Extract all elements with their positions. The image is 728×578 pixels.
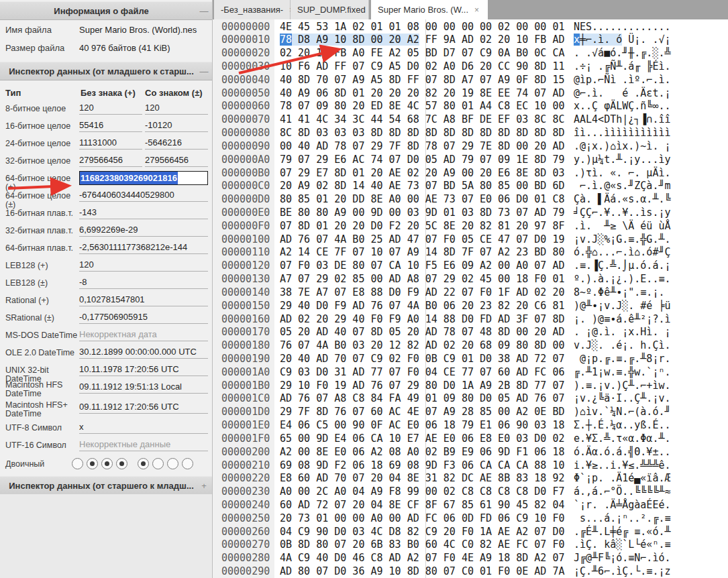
- hex-row-ascii[interactable]: .╔É╨.L╪é╔ ≡.«ó.╨: [574, 525, 671, 538]
- hex-row-bytes[interactable]: 78 07 09 80 20 ED 8E 4C 57 80 01 A4 C8 E…: [280, 99, 564, 113]
- hex-row-ascii[interactable]: .)τì. «. ⌐. µÄì.: [574, 166, 671, 180]
- signed-value-field[interactable]: 279566456: [145, 155, 208, 167]
- file-info-header[interactable]: Информация о файле —: [0, 1, 212, 20]
- hex-row-bytes[interactable]: 00 40 AD 78 07 29 7F 8D 78 07 29 7E 8D 0…: [280, 139, 564, 153]
- hex-row-bytes[interactable]: 41 41 4C 34 3C 44 54 68 7C A8 BF DE EF 0…: [280, 113, 564, 126]
- hex-row-ascii[interactable]: ).≡.¡v.)Ç╨.⌐+ìw.: [574, 379, 671, 392]
- bit-radio[interactable]: [101, 458, 113, 469]
- selected-byte[interactable]: 78: [280, 34, 292, 46]
- hex-row-bytes[interactable]: 65 00 9D E4 06 CA 10 E7 AE E0 06 E8 E0 0…: [280, 432, 564, 445]
- hex-row-bytes[interactable]: E4 06 C5 00 90 0F AC E0 06 18 79 E1 06 9…: [280, 418, 564, 432]
- hex-row-ascii[interactable]: Σ.┼.É.¼α..yß.É..: [574, 418, 671, 432]
- bit-radio[interactable]: [167, 458, 178, 469]
- hex-row-ascii[interactable]: Çà. ▌Äá.«s.α.╨.╚: [574, 192, 671, 206]
- hex-row-bytes[interactable]: 29 7F 8D 76 07 60 AC 4E 07 A9 28 85 00 A…: [280, 405, 564, 418]
- hex-row-ascii[interactable]: @¡p.╔.≡.╔.╨8¡r.: [574, 352, 671, 365]
- data-inspector-be-header[interactable]: Инспектор данных (от старшего к младш...…: [0, 476, 212, 495]
- hex-row-ascii[interactable]: x..Ç φÄLWÇ.ñ╚∞..: [574, 99, 671, 113]
- hex-row-ascii[interactable]: ó.╬⌂...⌐.ì⌂.ó#╜Ç: [574, 245, 671, 259]
- hex-row-bytes[interactable]: 79 07 29 E6 AC 74 07 D0 05 AD 79 07 09 1…: [280, 153, 564, 166]
- value-field[interactable]: Некорректная дата: [79, 329, 208, 341]
- hex-row-ascii[interactable]: îì...ììììììììììì: [574, 126, 671, 139]
- value-field[interactable]: -143: [79, 207, 208, 219]
- hex-row-bytes[interactable]: 40 8D 70 07 A9 A5 8D FF 07 8D A7 07 A9 0…: [280, 73, 564, 86]
- hex-row-bytes[interactable]: 4A C9 40 D0 46 C8 AD A2 07 F0 4E A9 18 8…: [280, 551, 564, 565]
- hex-row-ascii[interactable]: ¡v.¿╚ä·I..Ç╨.¡v.: [574, 392, 671, 405]
- collapse-icon[interactable]: —: [196, 6, 212, 16]
- tab[interactable]: SUP_DUMP.fixed×: [291, 0, 369, 19]
- hex-row-bytes[interactable]: 8C 8D 03 03 03 8D 8D 8D 8D 8D 8D 8D 8D 8…: [280, 126, 564, 139]
- bit-radio[interactable]: [138, 458, 149, 469]
- hex-row-ascii[interactable]: .÷¡ .╔Ñ╨.á╓ ╠Éì.: [574, 60, 671, 73]
- hex-row-ascii[interactable]: v.J░. .é¡. h.Çì.: [574, 339, 671, 352]
- value-field[interactable]: 10.11.1978 17:20:56 UTC: [79, 364, 208, 376]
- hex-row-ascii[interactable]: s...á.¡ⁿ..².╔.≡: [574, 512, 671, 525]
- signed-value-field[interactable]: -10120: [145, 120, 208, 132]
- hex-row-bytes[interactable]: 05 20 AD 40 07 8D 05 20 AD 78 07 48 8D 0…: [280, 325, 564, 339]
- hex-row-ascii[interactable]: `¡r. .Ä╧ÅgàaÉEé.: [574, 498, 671, 512]
- hex-row-bytes[interactable]: A2 00 8E E0 06 A2 08 A0 02 B9 E9 06 9D F…: [280, 445, 564, 459]
- hex-row-bytes[interactable]: 60 AD 72 07 20 04 8E CF 8F 67 85 61 90 4…: [280, 498, 564, 512]
- value-field[interactable]: -8: [79, 277, 208, 289]
- hex-row-bytes[interactable]: 02 20 10 FB A0 FE A2 05 BD D7 07 C9 0A B…: [280, 46, 564, 60]
- tab[interactable]: -Без_названия-×: [214, 0, 291, 19]
- bit-radio[interactable]: [152, 458, 164, 469]
- hex-row-ascii[interactable]: .ì. ╨≥ \Ä éü ùÅ: [574, 219, 671, 233]
- hex-row-bytes[interactable]: 80 85 01 20 DD 8E A0 00 AE 73 07 E0 06 D…: [280, 192, 564, 206]
- unsigned-value-field[interactable]: 120: [79, 103, 142, 115]
- hex-row-ascii[interactable]: ¡v.J░%¡G.≡.╬G.╨.: [574, 233, 671, 246]
- value-field[interactable]: -6764406034440529800: [79, 190, 208, 202]
- hex-row-bytes[interactable]: 07 29 E7 8D 01 20 AE 02 20 A9 00 20 E6 8…: [280, 166, 564, 180]
- hex-row-bytes[interactable]: 20 40 AD 70 07 C9 02 F0 0B C9 01 D0 38 A…: [280, 352, 564, 365]
- value-field[interactable]: x: [79, 422, 208, 434]
- hex-row-bytes[interactable]: AD 80 07 D0 36 A9 10 8D 80 07 C0 01 F0 0…: [280, 565, 564, 578]
- hex-row-bytes[interactable]: 20 73 01 00 00 A0 00 AD FC 06 0D FD 06 C…: [280, 512, 564, 525]
- bit-radio[interactable]: [87, 458, 98, 469]
- tab-close-icon[interactable]: ×: [474, 5, 479, 15]
- hex-row-ascii[interactable]: y.)µ¼t.╨.¡y...ìy: [574, 153, 671, 166]
- hex-row-ascii[interactable]: ╛ÇÇ⌐.¥..¥..ìs.¡y: [574, 206, 671, 219]
- hex-row-bytes[interactable]: 29 10 F0 19 AD 76 07 29 80 D0 1A A9 2B 8…: [280, 379, 564, 392]
- value-field[interactable]: 09.11.1912 17:20:56 UTC: [79, 402, 208, 414]
- hex-row-ascii[interactable]: ¡. )@≡∙á.ê╨²¡?.ì: [574, 312, 671, 326]
- hex-row-ascii[interactable]: )@╨∙¡v.J░. #é ╞ü: [574, 299, 671, 312]
- bit-radio[interactable]: [116, 458, 127, 469]
- hex-row-bytes[interactable]: AD 76 07 A8 C8 84 FA 49 01 09 80 D0 05 A…: [280, 392, 564, 405]
- hex-row-ascii[interactable]: º.).à.¡¿.).E..≡.: [574, 272, 671, 286]
- hex-row-ascii[interactable]: ⌐.ì.@«s.╜ZÇà.╜m: [574, 179, 671, 192]
- value-field[interactable]: 120: [79, 259, 208, 272]
- hex-row-ascii[interactable]: 8~º.Φê╨∙¡".≡.¡.: [574, 286, 671, 299]
- hex-row-bytes[interactable]: 78 D8 A9 10 8D 00 20 A2 FF 9A AD 02 20 1…: [280, 33, 564, 46]
- hex-row-ascii[interactable]: AAL4<DTh|¿┐▐∩.îî: [574, 113, 671, 126]
- hex-row-ascii[interactable]: e.¥Σ.╩.τ«α.Φα.╨.: [574, 432, 671, 445]
- hex-row-ascii[interactable]: ó.Äα.ó.á.╣Θ.¥±..: [574, 445, 671, 459]
- hex-row-bytes[interactable]: C9 03 D0 31 AD 77 07 F0 04 CE 77 07 60 A…: [280, 365, 564, 379]
- hex-row-ascii[interactable]: i.¥≥..i.¥≤.╩╩╩ê.: [574, 459, 671, 472]
- hex-row-ascii[interactable]: @⌐.ì. é .Äεt.¡: [574, 86, 671, 100]
- value-field-editing[interactable]: 11682338039269021816: [79, 171, 208, 185]
- hex-row-ascii[interactable]: . ¡@.ì. ¡x.Hì. ¡: [574, 325, 671, 339]
- hex-row-bytes[interactable]: 40 A9 06 8D 01 20 20 20 82 20 19 8E EE 7…: [280, 86, 564, 100]
- hex-row-ascii[interactable]: J╔@╨F╚¡ó.≡N⌐.ìó.: [574, 551, 671, 565]
- value-field[interactable]: -2,5630111177368212e-144: [79, 242, 208, 254]
- hex-row-ascii[interactable]: NES.............: [574, 20, 671, 34]
- hex-row-bytes[interactable]: 10 F6 AD FF 07 C9 A5 D0 02 A0 D6 20 CC 9…: [280, 60, 564, 73]
- hex-row-bytes[interactable]: AD 02 20 29 40 F0 F9 A0 14 88 D0 FD AD 3…: [280, 312, 564, 326]
- hex-row-ascii[interactable]: á.,á.⌐°Ö..╚╚╚╚╨≈: [574, 485, 671, 498]
- value-field[interactable]: Некорректные данные: [79, 439, 208, 451]
- hex-row-bytes[interactable]: 0B 8D 80 07 20 6B 83 B0 60 4C C0 82 AE F…: [280, 538, 564, 551]
- hex-row-bytes[interactable]: A2 14 CE 7F 07 10 07 A9 14 8D 7F 07 A2 2…: [280, 245, 564, 259]
- hex-row-bytes[interactable]: 38 7E A7 07 E8 88 D0 F9 AD 22 07 F0 1F A…: [280, 286, 564, 299]
- hex-row-ascii[interactable]: .ìÇ. kâ░`L└é«ⁿ.≡: [574, 538, 671, 551]
- hex-row-ascii[interactable]: @ìp.⌐Ñì .ìº.⌐.ì.: [574, 73, 671, 86]
- hex-row-bytes[interactable]: BE 80 80 A9 00 9D 00 03 9D 01 03 8D 73 0…: [280, 206, 564, 219]
- hex-row-bytes[interactable]: 4E 45 53 1A 02 01 01 08 00 00 00 00 02 0…: [280, 20, 564, 34]
- data-inspector-le-header[interactable]: Инспектор данных (от младшего к старш...…: [0, 62, 212, 80]
- hex-row-ascii[interactable]: .@¡x.)⌂ìx.)~ì. ¡: [574, 139, 671, 153]
- unsigned-value-field[interactable]: 11131000: [79, 137, 142, 150]
- value-field[interactable]: 6,6992269e-29: [79, 225, 208, 237]
- expand-icon[interactable]: +: [196, 481, 212, 491]
- hex-row-bytes[interactable]: 69 08 9D F2 06 18 69 08 9D F3 06 CA CA C…: [280, 459, 564, 472]
- hex-row-bytes[interactable]: 04 C9 90 D0 03 4C D8 82 C9 20 F0 1A AE A…: [280, 525, 564, 538]
- bit-radio[interactable]: [72, 458, 83, 469]
